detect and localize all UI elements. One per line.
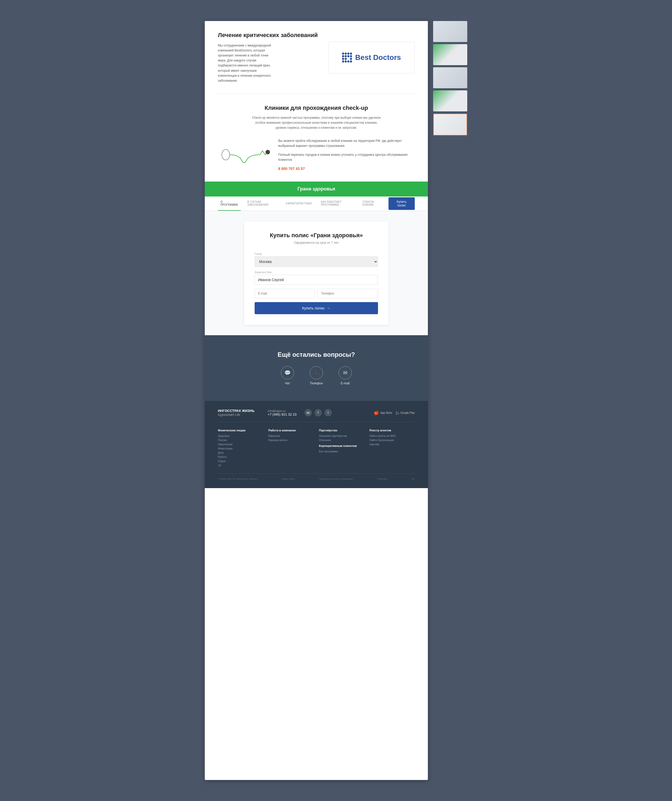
contact-phone[interactable]: 📞 Телефон	[310, 366, 323, 385]
city-select[interactable]: Москва	[255, 256, 378, 267]
svg-point-1	[266, 150, 270, 154]
tab-about-program[interactable]: О ПРОГРАММЕ	[218, 196, 241, 211]
thumb-2[interactable]	[433, 44, 467, 65]
footer-link-pension[interactable]: Пенсия	[218, 439, 263, 442]
email-input[interactable]	[255, 289, 315, 298]
thumb-4[interactable]	[433, 90, 467, 111]
checkup-info-2: Полный перечень городов и клиник можно у…	[278, 152, 415, 162]
footer-col-agents: Реестр агентов Найти агента по ФИО Найти…	[370, 429, 415, 468]
checkup-phone[interactable]: 8 800 707 43 57	[278, 167, 305, 171]
appstore-label: App Store	[380, 412, 392, 414]
tab-characteristics[interactable]: ХАРАКТЕРИСТИКИ	[283, 198, 314, 209]
email-label: E-mail	[341, 381, 350, 385]
sidebar-thumbnails: 04	[433, 21, 467, 135]
green-banner: Грани здоровья	[205, 182, 428, 196]
checkup-heading: Клиники для прохождения check-up	[218, 105, 415, 111]
footer-link-partner-desc[interactable]: Описание партнёрства	[319, 434, 364, 437]
tab-buy-button[interactable]: Купить полис	[388, 197, 415, 210]
thumb-3[interactable]	[433, 67, 467, 88]
tab-clinic-list[interactable]: СПИСОК КЛИНИК	[360, 196, 385, 211]
thumb-1[interactable]	[433, 21, 467, 42]
buy-policy-label: Купить полис	[302, 306, 325, 310]
footer-link-vacancies[interactable]: Вакансии	[269, 434, 314, 437]
footer-link-work[interactable]: Рабочо	[218, 455, 263, 458]
buy-policy-button[interactable]: Купить полис →	[255, 302, 378, 314]
footer: ИНГОССТРАХ ЖИЗНЬ Ingosstrakh Life info@i…	[205, 401, 428, 488]
form-subtitle: Оформляется на срок от 7 лет	[255, 241, 378, 244]
footer-nav: Физическим лицам Здоровье Пенсия Накопле…	[218, 429, 415, 468]
phone-input[interactable]	[318, 289, 378, 298]
footer-logo-line1: ИНГОССТРАХ ЖИЗНЬ	[218, 409, 255, 413]
footer-phone[interactable]: +7 (495) 921 32 23	[268, 412, 297, 417]
name-input[interactable]	[255, 275, 378, 285]
svg-point-0	[222, 150, 230, 160]
city-label: Город	[255, 253, 378, 255]
best-doctors-logo: Best Doctors	[329, 42, 415, 73]
footer-link-career[interactable]: Карьера агента	[269, 439, 314, 442]
tab-illness[interactable]: В СЛУЧАЕ ЗАБОЛЕВАНИЯ	[245, 196, 279, 211]
apple-icon: 🍎	[374, 410, 379, 415]
footer-link-all-programs[interactable]: Все программы	[319, 450, 364, 453]
footer-col-partners: Партнёрство Описание партнёрства Описани…	[319, 429, 364, 468]
googleplay-button[interactable]: ▷ Google Play	[396, 410, 415, 415]
thumb-3-image	[433, 67, 467, 88]
checkup-info: Вы можете пройти обследование в любой кл…	[278, 138, 415, 171]
checkup-section: Клиники для прохождения check-up Check-u…	[205, 94, 428, 182]
footer-link-more[interactable]: +8	[218, 464, 263, 467]
tab-how-works[interactable]: КАК РАБОТАЕТ ПРОГРАММЫ	[318, 196, 356, 211]
tabs-bar: О ПРОГРАММЕ В СЛУЧАЕ ЗАБОЛЕВАНИЯ ХАРАКТЕ…	[205, 196, 428, 211]
main-content: Лечение критических заболеваний Мы сотру…	[205, 21, 428, 780]
stethoscope-image	[218, 142, 270, 168]
green-banner-text: Грани здоровья	[297, 186, 335, 191]
footer-social: вк f t	[305, 409, 332, 417]
googleplay-icon: ▷	[396, 410, 399, 415]
questions-section: Ещё остались вопросы? 💬 Чат 📞 Телефон ✉ …	[205, 335, 428, 401]
footer-link-partner-reg[interactable]: партнёр	[370, 443, 415, 446]
footer-link-partner-desc2[interactable]: Описание	[319, 439, 364, 442]
footer-logo: ИНГОССТРАХ ЖИЗНЬ Ingosstrakh Life	[218, 409, 255, 417]
name-field-group: Фамилия Имя	[255, 271, 378, 285]
contact-email[interactable]: ✉ E-mail	[338, 366, 352, 385]
phone-icon: 📞	[310, 366, 323, 380]
buy-policy-arrow: →	[327, 306, 330, 310]
footer-col-individuals-heading: Физическим лицам	[218, 429, 263, 432]
footer-link-find-agent[interactable]: Найти агента по ФИО	[370, 434, 415, 437]
thumb-5-image	[434, 114, 467, 135]
best-doctors-brand: Best Doctors	[355, 53, 401, 62]
footer-link-rest[interactable]: Отдых	[218, 460, 263, 463]
social-vk[interactable]: вк	[305, 409, 312, 417]
social-fb[interactable]: f	[314, 409, 322, 417]
footer-sitemap[interactable]: Карта сайта	[282, 478, 295, 480]
footer-link-savings[interactable]: Накопление	[218, 443, 263, 446]
footer-link-find-org[interactable]: Найти Организацию	[370, 439, 415, 442]
footer-copyright: © 2006-2022 СЛ «Ингострах Жизнь»	[218, 478, 258, 480]
footer-link-investments[interactable]: Инвестиции	[218, 447, 263, 450]
name-label: Фамилия Имя	[255, 271, 378, 274]
questions-heading: Ещё остались вопросы?	[278, 351, 355, 358]
appstore-button[interactable]: 🍎 App Store	[374, 410, 392, 415]
googleplay-label: Google Play	[401, 412, 415, 414]
footer-policy[interactable]: Политика	[377, 478, 387, 480]
best-doctors-description: Мы сотрудничаем с международной компание…	[218, 43, 276, 84]
thumb-5-active[interactable]: 04	[433, 114, 467, 135]
form-section: Купить полис «Грани здоровья» Оформляетс…	[205, 211, 428, 335]
footer-terms[interactable]: Пользовательское соглашение	[319, 478, 353, 480]
chat-icon: 💬	[281, 366, 294, 380]
footer-bottom: © 2006-2022 СЛ «Ингострах Жизнь» Карта с…	[218, 473, 415, 480]
footer-link-children[interactable]: Дети	[218, 451, 263, 454]
footer-email[interactable]: info@ingos.ru	[268, 409, 297, 412]
city-field-group: Город Москва	[255, 253, 378, 267]
footer-col-partners-heading: Партнёрство	[319, 429, 364, 432]
form-heading: Купить полис «Грани здоровья»	[255, 232, 378, 239]
contact-chat[interactable]: 💬 Чат	[281, 366, 294, 385]
best-doctors-heading: Лечение критических заболеваний	[218, 32, 318, 39]
footer-stores: 🍎 App Store ▷ Google Play	[374, 410, 415, 415]
email-icon: ✉	[338, 366, 352, 380]
social-tw[interactable]: t	[324, 409, 332, 417]
footer-col-agents-heading: Реестр агентов	[370, 429, 415, 432]
footer-ap[interactable]: АП	[412, 478, 415, 480]
email-phone-row	[255, 289, 378, 298]
footer-col-company-heading: Работа в компании	[269, 429, 314, 432]
footer-link-health[interactable]: Здоровье	[218, 434, 263, 437]
logo-grid-icon	[342, 53, 352, 63]
